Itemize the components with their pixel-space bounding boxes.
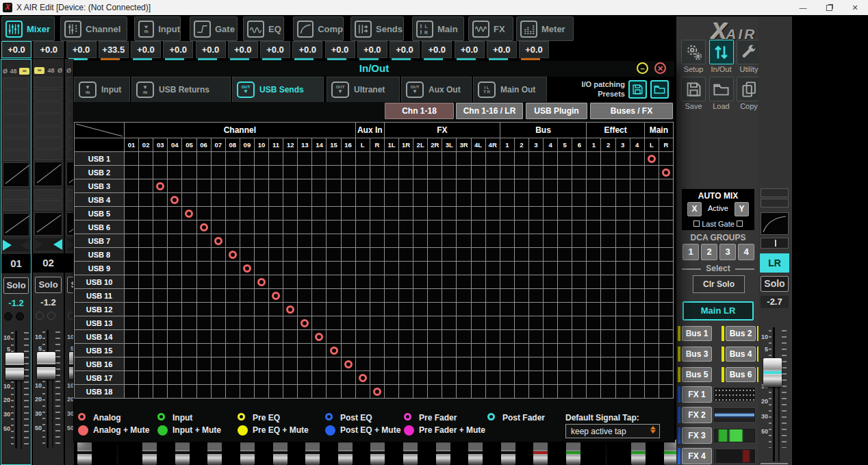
phantom-48v-icon[interactable]: 48 <box>10 68 17 75</box>
strip-curve-gate[interactable] <box>34 162 62 186</box>
matrix-cell[interactable] <box>645 234 659 247</box>
strip-slot[interactable] <box>34 149 62 160</box>
matrix-cell[interactable] <box>659 234 673 247</box>
matrix-cell[interactable] <box>327 316 340 329</box>
matrix-cell[interactable] <box>182 248 196 261</box>
matrix-cell[interactable] <box>428 316 442 329</box>
matrix-cell[interactable] <box>327 357 340 370</box>
matrix-cell[interactable] <box>500 316 514 329</box>
pan-indicator[interactable] <box>66 238 74 251</box>
matrix-cell[interactable] <box>587 234 600 247</box>
matrix-cell[interactable] <box>327 193 340 206</box>
matrix-cell[interactable] <box>385 275 398 288</box>
strip-curve-gate[interactable] <box>3 162 29 187</box>
matrix-cell[interactable] <box>298 179 311 192</box>
load-button[interactable] <box>709 77 734 101</box>
matrix-cell[interactable] <box>572 193 586 206</box>
matrix-cell[interactable] <box>413 166 427 179</box>
matrix-cell[interactable] <box>370 344 384 357</box>
matrix-cell[interactable] <box>500 221 514 234</box>
pan-indicator[interactable] <box>34 238 62 251</box>
matrix-cell[interactable] <box>125 303 138 316</box>
matrix-cell[interactable] <box>486 152 500 165</box>
matrix-cell[interactable] <box>283 303 297 316</box>
matrix-cell[interactable] <box>226 152 240 165</box>
matrix-cell[interactable] <box>544 234 557 247</box>
matrix-cell[interactable] <box>370 303 384 316</box>
matrix-cell[interactable] <box>327 166 340 179</box>
subtab-usb-plugin[interactable]: USB Plugin <box>526 103 587 119</box>
strip-slot[interactable] <box>34 77 62 88</box>
matrix-cell[interactable] <box>558 234 572 247</box>
matrix-cell[interactable] <box>139 248 153 261</box>
matrix-cell[interactable] <box>269 275 283 288</box>
gain-value[interactable]: +0.0 <box>260 41 290 58</box>
gain-value[interactable]: +0.0 <box>390 41 420 58</box>
matrix-cell[interactable] <box>139 207 153 220</box>
matrix-cell[interactable] <box>587 166 600 179</box>
matrix-cell[interactable] <box>269 221 283 234</box>
matrix-cell[interactable] <box>616 357 630 370</box>
matrix-cell[interactable] <box>572 221 586 234</box>
matrix-cell[interactable] <box>212 303 225 316</box>
io-tab-usb-sends[interactable]: OUT▼USB Sends <box>232 77 324 102</box>
matrix-cell[interactable] <box>587 385 600 398</box>
matrix-cell[interactable] <box>645 166 659 179</box>
matrix-cell[interactable] <box>486 303 500 316</box>
matrix-cell[interactable] <box>370 357 384 370</box>
strip-slot[interactable] <box>66 189 74 199</box>
matrix-cell[interactable] <box>125 275 138 288</box>
matrix-cell[interactable] <box>630 385 644 398</box>
matrix-cell[interactable] <box>153 357 167 370</box>
strip-slot[interactable] <box>3 102 29 114</box>
matrix-cell[interactable] <box>630 289 644 302</box>
matrix-cell[interactable] <box>255 371 268 384</box>
matrix-cell[interactable] <box>428 234 442 247</box>
matrix-cell[interactable] <box>500 179 514 192</box>
matrix-cell[interactable] <box>399 303 413 316</box>
matrix-cell[interactable] <box>240 166 254 179</box>
matrix-cell[interactable] <box>298 166 311 179</box>
matrix-cell[interactable] <box>385 303 398 316</box>
matrix-cell[interactable] <box>601 193 615 206</box>
matrix-cell[interactable] <box>212 275 225 288</box>
matrix-cell[interactable] <box>399 248 413 261</box>
bus-6-button[interactable]: Bus 6 <box>726 367 756 382</box>
matrix-cell[interactable] <box>385 385 398 398</box>
matrix-cell[interactable] <box>630 193 644 206</box>
strip-slot[interactable] <box>3 190 29 200</box>
matrix-cell[interactable] <box>457 316 470 329</box>
matrix-cell[interactable] <box>342 234 355 247</box>
fx-rack-thumbnail[interactable] <box>713 387 756 402</box>
matrix-cell[interactable] <box>197 385 211 398</box>
matrix-cell[interactable] <box>125 371 138 384</box>
subtab-chn-1-18[interactable]: Chn 1-18 <box>385 103 454 119</box>
bus-3-button[interactable]: Bus 3 <box>682 347 712 362</box>
tab-mixer[interactable]: Mixer <box>1 16 55 41</box>
matrix-cell[interactable] <box>515 207 528 220</box>
matrix-cell[interactable] <box>630 179 644 192</box>
matrix-cell[interactable] <box>298 316 311 329</box>
matrix-cell[interactable] <box>356 357 370 370</box>
matrix-cell[interactable] <box>572 275 586 288</box>
strip-slot[interactable] <box>66 101 74 113</box>
matrix-cell[interactable] <box>413 207 427 220</box>
main-fader-knob[interactable] <box>763 358 782 387</box>
matrix-cell[interactable] <box>240 262 254 275</box>
phantom-48v-icon[interactable]: 48 <box>47 67 54 74</box>
matrix-cell[interactable] <box>428 179 442 192</box>
last-gate-checkbox-right[interactable] <box>737 221 743 227</box>
matrix-cell[interactable] <box>226 193 240 206</box>
matrix-cell[interactable] <box>572 330 586 343</box>
matrix-cell[interactable] <box>472 152 485 165</box>
matrix-cell[interactable] <box>197 248 211 261</box>
matrix-cell[interactable] <box>659 371 673 384</box>
matrix-cell[interactable] <box>370 385 384 398</box>
close-button[interactable]: ✕ <box>842 0 868 15</box>
matrix-cell[interactable] <box>529 234 543 247</box>
matrix-cell[interactable] <box>500 275 514 288</box>
matrix-cell[interactable] <box>139 316 153 329</box>
matrix-cell[interactable] <box>399 385 413 398</box>
matrix-cell[interactable] <box>572 248 586 261</box>
matrix-cell[interactable] <box>399 344 413 357</box>
